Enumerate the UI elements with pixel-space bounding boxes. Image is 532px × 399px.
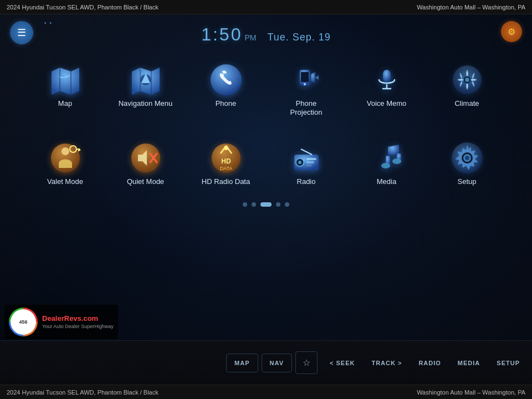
media-icon-item[interactable]: Media: [349, 133, 424, 191]
svg-point-44: [392, 158, 401, 164]
phone-icon-item[interactable]: Phone: [188, 55, 263, 122]
top-bar: 2024 Hyundai Tucson SEL AWD, Phantom Bla…: [0, 0, 532, 14]
svg-rect-10: [301, 72, 309, 82]
climate-icon-graphic: [448, 60, 487, 99]
quiet-mode-icon-graphic: [126, 139, 165, 177]
svg-rect-12: [383, 70, 391, 82]
voice-memo-label: Voice Memo: [367, 99, 407, 108]
svg-rect-39: [306, 161, 314, 163]
phone-icon-graphic: [207, 60, 245, 99]
svg-point-11: [304, 83, 306, 85]
physical-controls-bar: MAP NAV ☆ < SEEK TRACK > RADIO MEDIA SET…: [0, 340, 532, 385]
dot-4[interactable]: [276, 202, 280, 207]
bottom-btn-setup[interactable]: SETUP: [490, 354, 526, 372]
phone-label: Phone: [216, 99, 237, 108]
radio-icon-graphic: [287, 139, 326, 177]
top-left-indicators: • •: [44, 20, 52, 26]
bottom-btn-seek[interactable]: < SEEK: [323, 354, 361, 372]
quiet-mode-label: Quiet Mode: [127, 177, 164, 186]
bottom-btn-map[interactable]: MAP: [226, 354, 258, 372]
footer-bar: 2024 Hyundai Tucson SEL AWD, Phantom Bla…: [0, 385, 532, 399]
media-icon-graphic: [367, 139, 406, 177]
svg-line-35: [301, 149, 312, 155]
top-bar-title: 2024 Hyundai Tucson SEL AWD, Phantom Bla…: [7, 4, 158, 11]
hd-radio-data-icon-graphic: HD DATA: [207, 139, 245, 177]
valet-mode-icon-graphic: [46, 139, 85, 177]
svg-rect-38: [306, 158, 316, 160]
map-label: Map: [58, 99, 72, 108]
icons-row-2: Valet Mode Qu: [0, 127, 532, 191]
svg-rect-40: [306, 165, 312, 166]
map-icon-item[interactable]: Map: [28, 55, 103, 122]
navigation-menu-label: Navigation Menu: [119, 99, 173, 108]
hd-radio-data-label: HD Radio Data: [202, 177, 250, 186]
dot-active[interactable]: [260, 202, 272, 207]
home-icon[interactable]: ☰: [10, 21, 33, 44]
status-bar: ☰ • • 1:50 PM Tue. Sep. 19 ⚙: [0, 14, 532, 49]
hd-radio-data-icon-item[interactable]: HD DATA HD Radio Data: [188, 133, 263, 191]
watermark: 456 DealerRevs.com Your Auto Dealer Supe…: [4, 305, 118, 339]
radio-label: Radio: [297, 177, 316, 186]
footer-right: Washington Auto Mall – Washington, PA: [417, 389, 525, 396]
climate-label: Climate: [454, 99, 479, 108]
valet-mode-icon-item[interactable]: Valet Mode: [28, 133, 103, 191]
footer-left: 2024 Hyundai Tucson SEL AWD, Phantom Bla…: [7, 389, 158, 396]
voice-memo-icon-item[interactable]: Voice Memo: [349, 55, 424, 122]
dot-1[interactable]: [243, 202, 247, 207]
voice-memo-icon-graphic: [367, 60, 406, 99]
svg-marker-0: [52, 68, 79, 95]
icons-row-1: Map Navigatio: [0, 49, 532, 122]
dealerrevs-title: DealerRevs.com: [42, 314, 114, 324]
bottom-btn-nav[interactable]: NAV: [262, 354, 292, 372]
phone-projection-icon-item[interactable]: PhoneProjection: [269, 55, 344, 122]
svg-point-31: [224, 146, 228, 150]
phone-projection-label: PhoneProjection: [290, 99, 323, 116]
dot-2[interactable]: [252, 202, 256, 207]
phone-projection-icon-graphic: [287, 60, 326, 99]
settings-ring-icon[interactable]: ⚙: [501, 21, 522, 42]
svg-point-43: [381, 163, 390, 168]
dealerrevs-subtitle: Your Auto Dealer SuperHighway: [42, 324, 114, 330]
dealerrevs-logo: 456: [9, 308, 38, 336]
svg-point-48: [465, 156, 469, 160]
dot-5[interactable]: [285, 202, 289, 207]
navigation-menu-icon-item[interactable]: Navigation Menu: [108, 55, 183, 122]
valet-mode-label: Valet Mode: [47, 177, 83, 186]
quiet-mode-icon-item[interactable]: Quiet Mode: [108, 133, 183, 191]
svg-text:DATA: DATA: [219, 166, 232, 171]
media-label: Media: [377, 177, 396, 186]
radio-icon-item[interactable]: Radio: [269, 133, 344, 191]
top-bar-dealer: Washington Auto Mall – Washington, PA: [417, 4, 525, 11]
setup-icon-item[interactable]: Setup: [429, 133, 504, 191]
svg-point-19: [62, 147, 69, 155]
navigation-menu-icon-graphic: [126, 60, 165, 99]
bottom-btn-track[interactable]: TRACK >: [365, 354, 408, 372]
bottom-btn-media[interactable]: MEDIA: [451, 354, 487, 372]
watermark-text-block: DealerRevs.com Your Auto Dealer SuperHig…: [42, 314, 114, 330]
infotainment-screen: ☰ • • 1:50 PM Tue. Sep. 19 ⚙: [0, 14, 532, 340]
bottom-btn-fav[interactable]: ☆: [295, 351, 318, 374]
time-display: 1:50 PM Tue. Sep. 19: [201, 24, 331, 45]
setup-icon-graphic: [448, 139, 487, 177]
svg-text:HD: HD: [221, 157, 231, 165]
climate-icon-item[interactable]: Climate: [429, 55, 504, 122]
bottom-btn-radio[interactable]: RADIO: [412, 354, 447, 372]
svg-point-17: [465, 78, 469, 82]
map-icon-graphic: [46, 60, 85, 99]
setup-label: Setup: [458, 177, 477, 186]
page-dots: [0, 202, 532, 207]
svg-point-37: [298, 161, 301, 164]
